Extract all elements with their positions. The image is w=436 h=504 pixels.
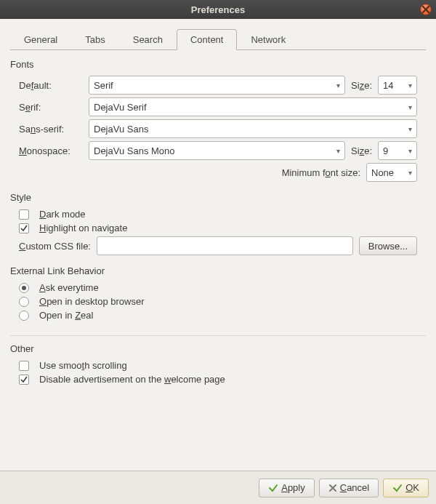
default-size-label: Size:	[351, 80, 372, 91]
check-icon	[392, 483, 403, 493]
chevron-down-icon: ▾	[336, 147, 340, 155]
custom-css-input[interactable]	[97, 236, 353, 255]
desktop-radio[interactable]	[19, 297, 29, 307]
dark-mode-checkbox[interactable]	[19, 209, 29, 220]
close-button[interactable]	[420, 4, 432, 15]
other-label: Other	[10, 343, 426, 354]
default-font-select[interactable]: Serif▾	[89, 76, 345, 95]
desktop-label: Open in desktop browser	[39, 296, 145, 307]
browse-button[interactable]: Browse...	[359, 236, 417, 255]
chevron-down-icon: ▾	[408, 103, 412, 111]
radio-dot-icon	[22, 286, 26, 290]
extlink-group: Ask everytime Open in desktop browser Op…	[10, 282, 426, 328]
mono-font-select[interactable]: DejaVu Sans Mono▾	[89, 141, 345, 160]
min-font-size-label: Minimum font size:	[282, 167, 360, 178]
chevron-down-icon: ▾	[408, 147, 412, 155]
cancel-icon	[328, 484, 337, 492]
dark-mode-label: Dark mode	[39, 209, 86, 220]
zeal-row[interactable]: Open in Zeal	[19, 310, 417, 321]
cancel-button[interactable]: Cancel	[319, 479, 379, 497]
apply-button[interactable]: Apply	[259, 479, 315, 497]
custom-css-label: Custom CSS file:	[19, 241, 91, 252]
ask-radio[interactable]	[19, 283, 29, 293]
highlight-row[interactable]: Highlight on navigate	[19, 223, 417, 233]
tab-tabs[interactable]: Tabs	[71, 29, 118, 50]
mono-size-label: Size:	[351, 145, 372, 156]
mono-size-select[interactable]: 9▾	[378, 141, 417, 160]
ads-label: Disable advertisement on the welcome pag…	[39, 374, 225, 385]
fonts-label: Fonts	[10, 59, 426, 70]
chevron-down-icon: ▾	[336, 81, 340, 89]
dialog-footer: Apply Cancel OK	[0, 471, 436, 504]
sans-font-label: Sans-serif:	[19, 124, 83, 135]
divider	[10, 335, 426, 336]
smooth-checkbox[interactable]	[19, 361, 29, 371]
default-font-label: Default:	[19, 80, 83, 91]
tab-network[interactable]: Network	[237, 29, 299, 50]
titlebar: Preferences	[0, 0, 436, 19]
style-group: Dark mode Highlight on navigate Custom C…	[10, 209, 426, 263]
other-group: Use smooth scrolling Disable advertiseme…	[10, 360, 426, 392]
smooth-label: Use smooth scrolling	[39, 360, 127, 371]
close-icon	[421, 4, 431, 15]
window-title: Preferences	[191, 4, 245, 15]
ask-label: Ask everytime	[39, 282, 99, 293]
tab-search[interactable]: Search	[119, 29, 177, 50]
tabbar: General Tabs Search Content Network	[10, 29, 426, 50]
zeal-label: Open in Zeal	[39, 310, 93, 321]
chevron-down-icon: ▾	[408, 169, 412, 177]
mono-font-label: Monospace:	[19, 145, 83, 156]
serif-font-select[interactable]: DejaVu Serif▾	[89, 97, 417, 116]
min-font-size-select[interactable]: None▾	[366, 163, 417, 182]
highlight-label: Highlight on navigate	[39, 223, 127, 233]
smooth-row[interactable]: Use smooth scrolling	[19, 360, 417, 371]
ads-checkbox[interactable]	[19, 375, 29, 385]
serif-font-label: Serif:	[19, 102, 83, 113]
chevron-down-icon: ▾	[408, 125, 412, 133]
desktop-row[interactable]: Open in desktop browser	[19, 296, 417, 307]
check-icon	[20, 225, 28, 232]
check-icon	[20, 376, 28, 383]
ok-button[interactable]: OK	[383, 479, 429, 497]
sans-font-select[interactable]: DejaVu Sans▾	[89, 119, 417, 138]
default-size-select[interactable]: 14▾	[378, 76, 417, 95]
ask-row[interactable]: Ask everytime	[19, 282, 417, 293]
dark-mode-row[interactable]: Dark mode	[19, 209, 417, 220]
ads-row[interactable]: Disable advertisement on the welcome pag…	[19, 374, 417, 385]
highlight-checkbox[interactable]	[19, 223, 29, 233]
tab-content[interactable]: Content	[177, 29, 238, 50]
style-label: Style	[10, 192, 426, 203]
chevron-down-icon: ▾	[408, 81, 412, 89]
extlink-label: External Link Behavior	[10, 265, 426, 276]
fonts-group: Default: Serif▾ Size: 14▾ Serif: DejaVu …	[10, 76, 426, 189]
tab-general[interactable]: General	[10, 29, 71, 50]
check-icon	[268, 483, 278, 493]
zeal-radio[interactable]	[19, 311, 29, 321]
